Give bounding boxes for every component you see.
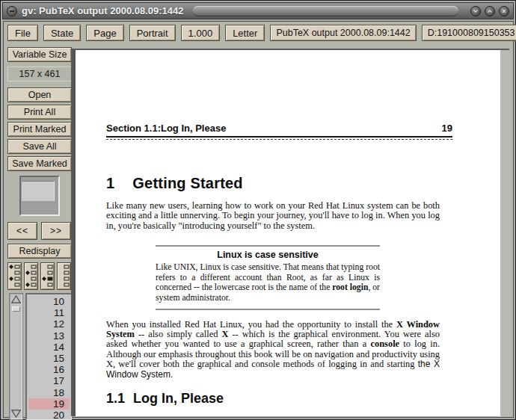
toggle-even-marks-button[interactable] [24, 262, 38, 290]
page-list-item-current[interactable]: 19 [28, 398, 70, 410]
paragraph-intro: Like many new users, learning how to wor… [106, 201, 440, 231]
chapter-number: 1 [106, 175, 114, 191]
document-title-label: PubTeX output 2000.08.09:1442 [270, 25, 416, 41]
page-list-item[interactable]: 11 [27, 307, 71, 318]
locator-visible-region[interactable] [22, 181, 55, 201]
page-locator[interactable] [19, 176, 60, 216]
page-list-item[interactable]: 10 [27, 296, 71, 307]
page-list-item[interactable]: 14 [27, 342, 71, 353]
toggle-odd-marks-button[interactable] [7, 262, 22, 290]
unmark-all-icon [58, 265, 70, 288]
running-header: Section 1.1:Log In, Please 19 [106, 123, 452, 134]
page-list-item[interactable]: 20 [27, 410, 71, 420]
iconify-button[interactable] [470, 6, 481, 16]
toggle-odd-marks-icon [9, 265, 20, 288]
scroll-up-icon[interactable] [11, 295, 21, 303]
note-body: Like UNIX, Linux is case sensitive. That… [156, 262, 380, 303]
mark-current-page-button[interactable] [40, 262, 55, 290]
scrollbar-thumb[interactable] [12, 306, 20, 312]
chapter-title: Getting Started [132, 175, 242, 191]
page-list-item[interactable]: 17 [27, 375, 71, 386]
close-button[interactable] [499, 6, 509, 16]
running-header-page-number: 19 [442, 123, 452, 134]
header-rule [106, 136, 452, 138]
page-list-item[interactable]: 16 [27, 364, 71, 375]
page-list-scrollbar[interactable] [9, 293, 23, 420]
mark-current-page-icon [42, 265, 53, 288]
scroll-down-icon[interactable] [11, 410, 21, 418]
prev-page-button[interactable]: << [7, 222, 37, 240]
chapter-heading: 1Getting Started [106, 175, 452, 192]
page-button[interactable]: Page [86, 25, 123, 41]
section-number: 1.1 [106, 391, 125, 406]
note-text-bold: root login [332, 282, 368, 292]
mark-buttons [7, 262, 72, 290]
section-heading: 1.1Log In, Please [106, 391, 452, 407]
save-all-button[interactable]: Save All [7, 139, 72, 154]
section-title: Log In, Please [133, 391, 224, 406]
next-page-button[interactable]: >> [41, 222, 71, 240]
window-menu-icon[interactable] [7, 6, 17, 16]
paragraph-text-bold: console [371, 339, 400, 349]
page-list-item[interactable]: 15 [27, 353, 71, 364]
state-button[interactable]: State [43, 25, 81, 41]
client-area: File State Page Portrait 1.000 Letter Pu… [3, 21, 514, 418]
header-rule-dashed [106, 139, 452, 140]
window-title: gv: PubTeX output 2000.08.09:1442 [22, 5, 184, 16]
maximize-button[interactable] [485, 6, 495, 16]
running-header-section: Section 1.1:Log In, Please [106, 123, 226, 134]
titlebar[interactable]: gv: PubTeX output 2000.08.09:1442 [2, 2, 514, 19]
document-viewport[interactable]: Section 1.1:Log In, Please 19 1Getting S… [71, 49, 509, 416]
paragraph-text: -- also simply called [135, 329, 222, 339]
toggle-even-marks-icon [25, 265, 37, 288]
page-list: 10 11 12 13 14 15 16 17 18 19 20 [25, 293, 72, 420]
note-title: Linux is case sensitive [156, 250, 380, 260]
orientation-button[interactable]: Portrait [129, 25, 176, 41]
paper-size-button[interactable]: Letter [225, 25, 265, 41]
scale-button[interactable]: 1.000 [181, 25, 221, 41]
note-box: Linux is case sensitive Like UNIX, Linux… [156, 245, 380, 309]
size-display: 157 x 461 [7, 67, 72, 81]
paragraph-x-window: When you installed Red Hat Linux, you ha… [106, 320, 440, 380]
gv-window: gv: PubTeX output 2000.08.09:1442 File S… [0, 0, 516, 420]
sidebar: Variable Size 157 x 461 Open Print All P… [7, 47, 72, 420]
paragraph-text: When you installed Red Hat Linux, you ha… [106, 319, 396, 330]
variable-size-button[interactable]: Variable Size [7, 47, 72, 62]
open-button[interactable]: Open [7, 87, 72, 102]
save-marked-button[interactable]: Save Marked [7, 156, 72, 171]
page-list-item[interactable]: 12 [27, 318, 71, 330]
redisplay-button[interactable]: Redisplay [7, 244, 72, 259]
page-list-item[interactable]: 13 [27, 330, 71, 342]
page-list-item[interactable]: 18 [27, 387, 71, 398]
document-page: Section 1.1:Log In, Please 19 1Getting S… [73, 50, 500, 416]
print-marked-button[interactable]: Print Marked [7, 122, 72, 137]
note-rule-bottom [156, 309, 380, 310]
document-date-label: D:191000809150353 [422, 25, 516, 41]
file-button[interactable]: File [7, 25, 38, 41]
unmark-all-button[interactable] [57, 262, 71, 290]
toolbar: File State Page Portrait 1.000 Letter Pu… [7, 25, 509, 41]
print-all-button[interactable]: Print All [7, 105, 72, 120]
titlebar-groove [193, 6, 459, 16]
note-rule-top [156, 245, 380, 247]
